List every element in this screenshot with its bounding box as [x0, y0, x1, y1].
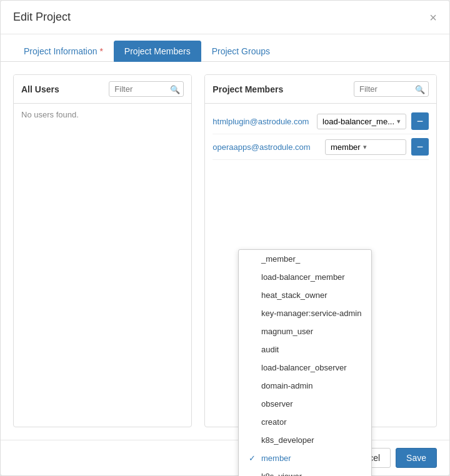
tabs-bar: Project Information Project Members Proj… [1, 34, 449, 62]
chevron-down-icon: ▾ [397, 117, 401, 126]
modal-footer: Cancel Save [1, 440, 449, 475]
role-option-label: observer [261, 399, 293, 409]
remove-member-button[interactable]: − [411, 112, 429, 130]
role-option[interactable]: key-manager:service-admin [239, 304, 371, 322]
role-option-label: load-balancer_observer [261, 363, 347, 372]
tab-project-groups[interactable]: Project Groups [201, 41, 281, 62]
project-members-panel-header: Project Members 🔍 [205, 75, 436, 104]
chevron-down-icon: ▾ [363, 143, 367, 151]
role-option-label: key-manager:service-admin [261, 309, 361, 318]
member-role-label: member [331, 142, 361, 152]
remove-member-button[interactable]: − [411, 138, 429, 156]
role-option-label: k8s_viewer [261, 472, 302, 476]
role-option[interactable]: _member_ [239, 250, 371, 268]
member-email: htmlplugin@astrodule.com [212, 117, 312, 126]
all-users-empty: No users found. [14, 104, 191, 126]
close-button[interactable]: × [429, 11, 437, 24]
modal-header: Edit Project × [1, 1, 449, 34]
role-option[interactable]: creator [239, 413, 371, 431]
member-role-dropdown[interactable]: load-balancer_me... ▾ [317, 114, 406, 129]
project-members-title: Project Members [212, 84, 283, 94]
role-option[interactable]: audit [239, 340, 371, 359]
role-option-label: creator [261, 417, 286, 427]
role-dropdown-menu: _member_load-balancer_memberheat_stack_o… [238, 249, 372, 476]
role-option-label: heat_stack_owner [261, 290, 328, 300]
role-option[interactable]: ✓member [239, 449, 371, 467]
all-users-title: All Users [21, 84, 59, 94]
role-option[interactable]: domain-admin [239, 377, 371, 395]
role-option[interactable]: load-balancer_member [239, 268, 371, 286]
member-row: operaapps@astrodule.com member ▾ − [212, 134, 429, 160]
member-role-dropdown[interactable]: member ▾ [325, 139, 406, 155]
role-option-label: load-balancer_member [261, 272, 345, 282]
project-members-filter-wrap: 🔍 [354, 81, 429, 97]
save-button[interactable]: Save [396, 448, 437, 468]
member-role-label: load-balancer_me... [322, 117, 394, 126]
all-users-panel-header: All Users 🔍 [14, 75, 191, 104]
role-option[interactable]: k8s_viewer [239, 467, 371, 476]
tab-project-members[interactable]: Project Members [114, 41, 201, 62]
role-option[interactable]: k8s_developer [239, 431, 371, 449]
all-users-filter-wrap: 🔍 [109, 81, 184, 97]
role-option-label: _member_ [261, 254, 300, 264]
role-option[interactable]: heat_stack_owner [239, 286, 371, 304]
member-row: htmlplugin@astrodule.com load-balancer_m… [212, 109, 429, 134]
all-users-filter-icon: 🔍 [170, 84, 180, 94]
project-members-filter-icon: 🔍 [415, 84, 425, 94]
role-option-label: magnum_user [261, 327, 313, 336]
role-option-label: audit [261, 345, 279, 354]
role-option[interactable]: magnum_user [239, 322, 371, 340]
modal-body: All Users 🔍 No users found. Project Memb… [1, 62, 449, 440]
checkmark-icon: ✓ [249, 454, 258, 463]
role-option[interactable]: observer [239, 395, 371, 413]
role-option-label: k8s_developer [261, 435, 314, 445]
members-list: htmlplugin@astrodule.com load-balancer_m… [205, 104, 436, 165]
role-option-label: member [261, 454, 291, 463]
all-users-panel: All Users 🔍 No users found. [13, 74, 192, 427]
role-option[interactable]: load-balancer_observer [239, 359, 371, 377]
edit-project-modal: Edit Project × Project Information Proje… [0, 0, 450, 476]
member-email: operaapps@astrodule.com [212, 142, 320, 152]
role-option-label: domain-admin [261, 381, 312, 390]
tab-project-information[interactable]: Project Information [13, 41, 114, 62]
modal-title: Edit Project [13, 11, 71, 24]
